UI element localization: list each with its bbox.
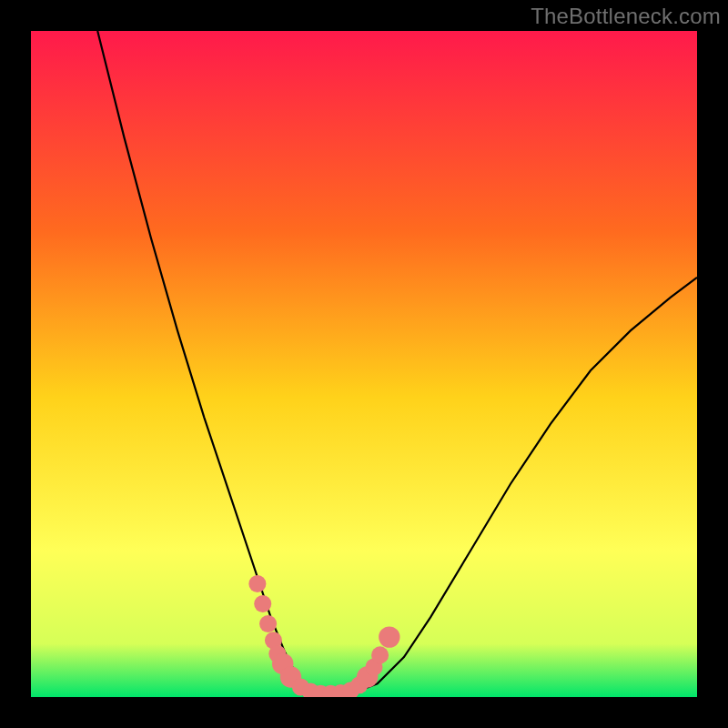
data-marker [371, 646, 389, 663]
chart-frame: TheBottleneck.com [0, 0, 728, 728]
bottleneck-chart [31, 31, 697, 697]
data-marker [248, 575, 266, 592]
data-marker [254, 595, 271, 612]
plot-area [31, 31, 697, 697]
data-marker [259, 615, 277, 632]
watermark-text: TheBottleneck.com [531, 4, 721, 29]
data-marker [379, 626, 399, 647]
